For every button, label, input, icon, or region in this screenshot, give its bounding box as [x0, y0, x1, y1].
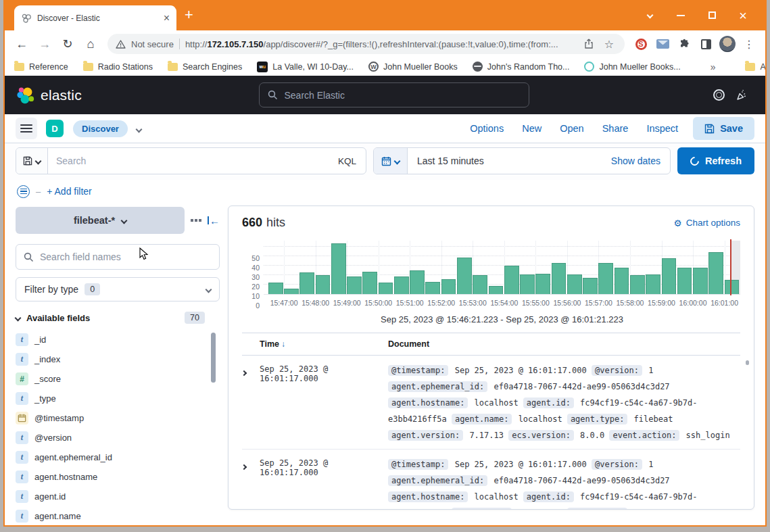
- histogram-bar[interactable]: [583, 278, 598, 294]
- field-name-badge[interactable]: agent.ephemeral_id:: [388, 475, 487, 486]
- histogram-bar[interactable]: [520, 274, 535, 294]
- newsfeed-icon[interactable]: [730, 89, 753, 101]
- maximize-button[interactable]: [696, 5, 727, 26]
- url-text[interactable]: http://172.105.7.150/app/discover#/?_g=(…: [185, 39, 576, 49]
- time-range-value[interactable]: Last 15 minutes: [408, 155, 602, 166]
- histogram-bar[interactable]: [362, 272, 377, 294]
- histogram-bar[interactable]: [598, 263, 613, 294]
- bookmark-item[interactable]: John Mueller Books...: [584, 62, 680, 72]
- table-row[interactable]: Sep 25, 2023 @ 16:01:17.000@timestamp: S…: [242, 450, 740, 510]
- histogram-bar[interactable]: [552, 263, 567, 294]
- histogram-bar[interactable]: [489, 286, 504, 294]
- field-item[interactable]: t_id: [16, 330, 220, 349]
- field-name-badge[interactable]: @timestamp:: [388, 459, 448, 470]
- space-avatar[interactable]: D: [46, 120, 64, 137]
- browser-menu-icon[interactable]: ⋮: [740, 34, 759, 53]
- menu-item-share[interactable]: Share: [602, 123, 629, 134]
- address-bar[interactable]: Not secure http://172.105.7.150/app/disc…: [107, 34, 625, 54]
- histogram-bar[interactable]: [535, 274, 550, 294]
- field-item[interactable]: tagent.hostname: [16, 467, 220, 487]
- add-filter-button[interactable]: + Add filter: [47, 186, 92, 197]
- bookmark-item[interactable]: Search Engines: [168, 62, 242, 72]
- field-name-badge[interactable]: agent.ephemeral_id:: [388, 381, 487, 392]
- forward-icon[interactable]: →: [34, 34, 55, 54]
- histogram-plot[interactable]: [264, 241, 740, 295]
- global-search[interactable]: [259, 82, 529, 107]
- expand-row-icon[interactable]: [242, 362, 260, 443]
- close-button[interactable]: ×: [727, 5, 759, 26]
- histogram-bar[interactable]: [646, 274, 660, 294]
- bookmarks-overflow-icon[interactable]: »: [711, 62, 716, 72]
- expand-row-icon[interactable]: [242, 456, 260, 509]
- histogram-bar[interactable]: [347, 276, 362, 294]
- field-name-badge[interactable]: agent.version:: [388, 430, 463, 441]
- histogram-bar[interactable]: [441, 279, 456, 294]
- bookmark-item[interactable]: John's Random Tho...: [473, 62, 570, 72]
- collapse-sidebar-icon[interactable]: ←: [208, 215, 220, 226]
- tab-close-icon[interactable]: ×: [164, 13, 170, 24]
- histogram-bar[interactable]: [504, 266, 519, 294]
- histogram-bar[interactable]: [725, 280, 740, 294]
- histogram-bar[interactable]: [567, 274, 582, 294]
- breadcrumb[interactable]: Discover: [73, 120, 128, 137]
- menu-hamburger-icon[interactable]: [16, 118, 37, 139]
- elastic-logo[interactable]: elastic: [17, 87, 82, 104]
- menu-item-options[interactable]: Options: [470, 123, 504, 134]
- refresh-button[interactable]: Refresh: [677, 147, 754, 174]
- field-name-badge[interactable]: @version:: [592, 459, 642, 470]
- minimize-button[interactable]: [665, 5, 696, 26]
- histogram-bar[interactable]: [457, 258, 472, 294]
- time-column-header[interactable]: Time↓: [260, 339, 388, 349]
- browser-tab[interactable]: Discover - Elastic ×: [14, 5, 176, 30]
- help-icon[interactable]: [707, 89, 730, 101]
- global-search-input[interactable]: [284, 90, 521, 101]
- histogram-bar[interactable]: [630, 275, 645, 294]
- saved-query-button[interactable]: [16, 148, 48, 174]
- chevron-down-icon[interactable]: [137, 122, 141, 135]
- field-name-badge[interactable]: @timestamp:: [388, 365, 448, 376]
- field-item[interactable]: tagent.ephemeral_id: [16, 448, 220, 467]
- extensions-puzzle-icon[interactable]: [675, 34, 694, 53]
- histogram-bar[interactable]: [379, 283, 393, 294]
- show-dates-button[interactable]: Show dates: [602, 155, 670, 166]
- field-search-box[interactable]: [16, 244, 220, 270]
- histogram-bar[interactable]: [708, 252, 723, 294]
- field-name-badge[interactable]: agent.id:: [523, 491, 574, 502]
- home-icon[interactable]: ⌂: [80, 34, 101, 54]
- histogram-chart[interactable]: 01020304050 15:47:0015:48:0015:49:0015:5…: [242, 241, 740, 324]
- tab-search-icon[interactable]: [634, 5, 665, 26]
- histogram-bar[interactable]: [316, 275, 331, 294]
- table-scrollbar[interactable]: [746, 360, 749, 365]
- chart-options-button[interactable]: ⚙ Chart options: [674, 218, 740, 228]
- bookmark-item[interactable]: WJohn Mueller Books: [368, 62, 458, 72]
- field-item[interactable]: t_index: [16, 349, 220, 369]
- new-tab-button[interactable]: +: [185, 8, 193, 22]
- save-button[interactable]: Save: [693, 117, 754, 140]
- histogram-bar[interactable]: [299, 272, 314, 294]
- histogram-bar[interactable]: [268, 283, 283, 294]
- side-panel-icon[interactable]: [696, 34, 715, 53]
- query-language-button[interactable]: KQL: [329, 156, 366, 166]
- field-item[interactable]: t_type: [16, 389, 220, 408]
- histogram-bar[interactable]: [425, 282, 440, 294]
- field-name-badge[interactable]: agent.type:: [567, 508, 627, 510]
- field-name-badge[interactable]: agent.name:: [452, 414, 512, 425]
- field-name-badge[interactable]: agent.id:: [523, 397, 574, 408]
- histogram-bar[interactable]: [615, 268, 629, 294]
- bookmark-star-icon[interactable]: ☆: [602, 38, 617, 51]
- back-icon[interactable]: ←: [11, 34, 32, 54]
- histogram-bar[interactable]: [331, 243, 346, 294]
- histogram-bar[interactable]: [662, 258, 677, 294]
- index-pattern-picker[interactable]: filebeat-*: [16, 207, 185, 234]
- bookmark-item[interactable]: Reference: [14, 62, 68, 72]
- histogram-bar[interactable]: [394, 276, 409, 294]
- field-name-badge[interactable]: ecs.version:: [508, 430, 574, 441]
- field-item[interactable]: tagent.id: [16, 487, 220, 506]
- filter-by-type-select[interactable]: Filter by type 0: [16, 277, 220, 301]
- query-search-input[interactable]: [48, 155, 329, 166]
- field-name-badge[interactable]: agent.hostname:: [388, 397, 468, 408]
- field-filter-options-icon[interactable]: [191, 219, 201, 222]
- field-name-badge[interactable]: agent.type:: [567, 414, 627, 425]
- field-item[interactable]: t@version: [16, 428, 220, 448]
- field-item[interactable]: tagent.name: [16, 506, 220, 526]
